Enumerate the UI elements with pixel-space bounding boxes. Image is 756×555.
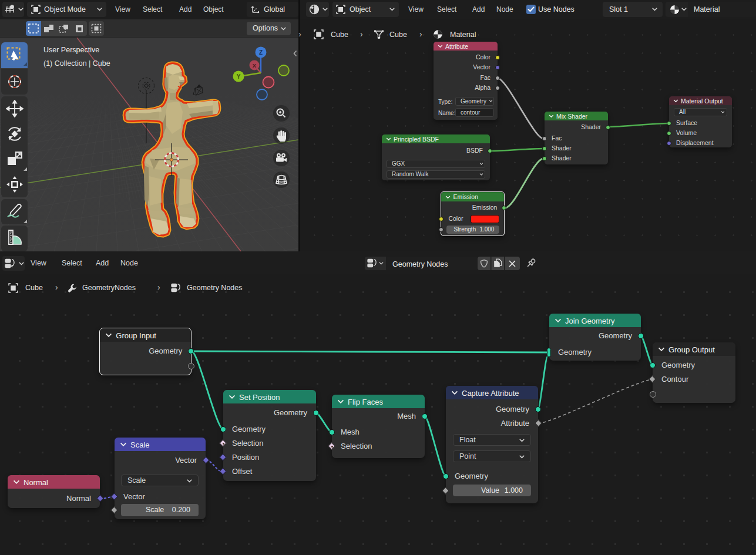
svg-text:(1) Collection | Cube: (1) Collection | Cube: [43, 59, 110, 68]
svg-text:Z: Z: [259, 49, 263, 56]
svg-text:X: X: [253, 62, 257, 69]
svg-text:User Perspective: User Perspective: [43, 46, 99, 54]
svg-text:Y: Y: [237, 73, 241, 80]
